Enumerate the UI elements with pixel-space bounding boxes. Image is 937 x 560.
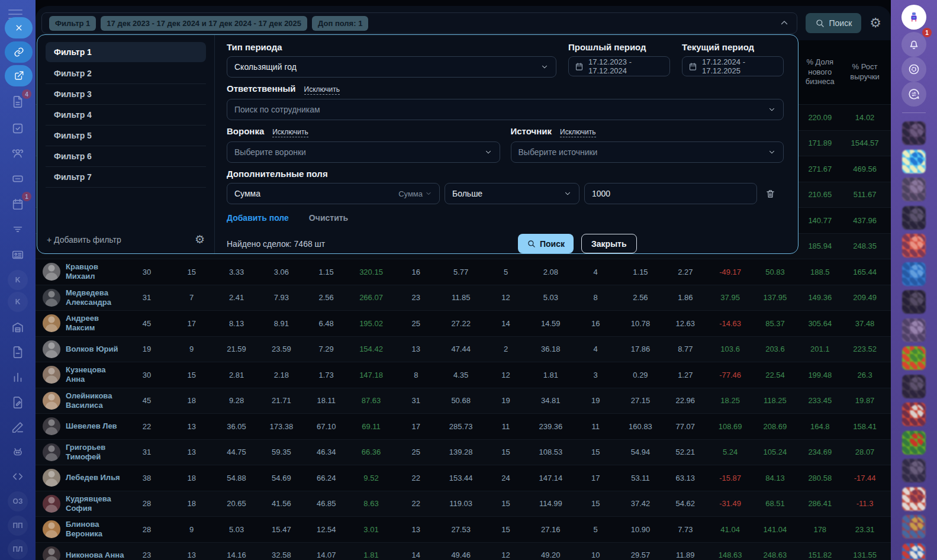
table-row[interactable]: Кудрявцева София281820.6541.5646.858.632… <box>36 491 891 517</box>
source-select[interactable]: Выберите источники <box>511 141 784 163</box>
metric-cell: 266.07 <box>349 293 394 302</box>
source-exclude-link[interactable]: Исключить <box>560 128 595 137</box>
funnel-select[interactable]: Выберите воронки <box>227 141 500 163</box>
table-row[interactable]: Григорьев Тимофей311344.7559.3546.3466.3… <box>36 439 891 465</box>
pen-icon[interactable] <box>9 419 26 436</box>
metric-cell: 1.81 <box>528 371 573 379</box>
filter-list-item[interactable]: Фильтр 2 <box>46 63 206 84</box>
rail-avatar-ПЛ[interactable]: ПЛ <box>8 539 28 559</box>
blurred-user-avatar[interactable] <box>902 403 926 426</box>
coin-button[interactable] <box>901 57 926 82</box>
document-icon[interactable]: 4 <box>9 94 26 110</box>
blurred-user-avatar[interactable] <box>902 234 926 258</box>
table-row[interactable]: Шевелев Лев221336.05173.3867.1069.111728… <box>36 413 891 439</box>
blurred-user-avatar[interactable] <box>902 459 926 482</box>
employee-cell: Блинова Вероника <box>36 520 124 539</box>
funnel-exclude-link[interactable]: Исключить <box>272 128 308 137</box>
blurred-user-avatar[interactable] <box>902 431 926 455</box>
filter-settings-gear-icon[interactable]: ⚙ <box>195 233 205 246</box>
employee-name: Кудрявцева София <box>66 494 124 514</box>
rail-avatar-K[interactable]: K <box>8 270 28 290</box>
filter-list-item[interactable]: Фильтр 5 <box>46 125 206 146</box>
search-button[interactable]: Поиск <box>806 13 861 33</box>
link-icon[interactable] <box>5 41 33 63</box>
code-icon[interactable] <box>9 468 26 485</box>
clear-fields-link[interactable]: Очистить <box>309 213 348 223</box>
period-range-chip[interactable]: 17 дек 2023 - 17 дек 2024 и 17 дек 2024 … <box>101 16 307 31</box>
responsible-exclude-link[interactable]: Исключить <box>304 85 340 95</box>
metric-cell: -31.49 <box>708 499 753 508</box>
rail-avatar-K[interactable]: K <box>8 292 28 312</box>
metric-cell: 17 <box>394 422 439 431</box>
add-field-link[interactable]: Добавить поле <box>227 213 289 223</box>
filter-list-item[interactable]: Фильтр 7 <box>46 167 206 188</box>
rail-avatar-ОЗ[interactable]: ОЗ <box>8 491 28 511</box>
warehouse-icon[interactable] <box>9 319 26 336</box>
rail-avatar-ПП[interactable]: ПП <box>8 516 28 536</box>
filter-list-item[interactable]: Фильтр 1 <box>46 42 206 62</box>
metric-cell: 5.24 <box>708 448 753 456</box>
id-card-icon[interactable] <box>9 246 26 263</box>
calendar-icon[interactable]: 1 <box>9 196 26 213</box>
table-row[interactable]: Блинова Вероника2895.0315.4712.543.01132… <box>36 516 891 542</box>
file-edit-icon[interactable] <box>9 394 26 411</box>
table-row[interactable]: Никонова Анна231314.1632.5814.071.811449… <box>36 542 891 560</box>
add-filter-button[interactable]: + Добавить фильтр <box>47 235 121 244</box>
blurred-user-avatar[interactable] <box>902 543 926 560</box>
blurred-user-avatar[interactable] <box>902 487 926 511</box>
metric-cell: 137.95 <box>753 293 798 302</box>
chevron-up-icon[interactable] <box>779 18 790 28</box>
metric-cell: 84.13 <box>753 474 798 482</box>
metric-cell: 17.86 <box>618 345 663 353</box>
funnel-icon[interactable] <box>9 221 26 237</box>
blurred-user-avatar[interactable] <box>902 206 926 230</box>
current-period-input[interactable]: 17.12.2024 - 17.12.2025 <box>682 56 784 76</box>
robot-avatar[interactable] <box>901 5 926 30</box>
android-icon[interactable] <box>9 443 26 460</box>
extra-field-operator-select[interactable]: Больше <box>445 183 579 204</box>
table-row[interactable]: Олейникова Василиса45189.2821.7118.1187.… <box>36 388 891 414</box>
extra-field-name-select[interactable]: Сумма Сумма <box>227 183 440 204</box>
blurred-user-avatar[interactable] <box>902 318 926 342</box>
table-row[interactable]: Кравцов Михаил30153.333.061.15320.15165.… <box>36 259 891 285</box>
table-row[interactable]: Медведева Александра3172.417.932.56266.0… <box>36 285 891 311</box>
external-link-icon[interactable] <box>5 65 33 86</box>
blurred-user-avatar[interactable] <box>902 150 926 173</box>
inbox-icon[interactable] <box>9 170 26 187</box>
bar-chart-icon[interactable] <box>9 369 26 385</box>
delete-field-trash-icon[interactable] <box>762 189 778 199</box>
filter-list-item[interactable]: Фильтр 6 <box>46 146 206 167</box>
close-icon[interactable] <box>5 17 33 38</box>
metric-cell: 469.56 <box>842 165 887 173</box>
filter-summary-bar[interactable]: Фильтр 117 дек 2023 - 17 дек 2024 и 17 д… <box>41 12 797 34</box>
blurred-user-avatar[interactable] <box>902 515 926 539</box>
table-row[interactable]: Кузнецова Анна30152.812.181.73147.1884.3… <box>36 362 891 388</box>
users-icon[interactable] <box>9 145 26 162</box>
table-row[interactable]: Волков Юрий19921.5923.597.29154.421347.4… <box>36 336 891 362</box>
dialog-close-button[interactable]: Закрыть <box>581 234 637 253</box>
filter-list-item[interactable]: Фильтр 4 <box>46 105 206 125</box>
metric-cell: 59.35 <box>259 448 304 456</box>
gear-icon[interactable]: ⚙ <box>870 17 881 30</box>
period-type-select[interactable]: Скользящий год <box>227 56 556 78</box>
checklist-icon[interactable] <box>9 120 26 137</box>
past-period-input[interactable]: 17.12.2023 - 17.12.2024 <box>568 56 670 76</box>
blurred-user-avatar[interactable] <box>902 375 926 398</box>
blurred-user-avatar[interactable] <box>902 346 926 370</box>
extra-fields-chip[interactable]: Доп поля: 1 <box>312 16 368 31</box>
chat-transfer-button[interactable] <box>901 82 926 107</box>
notifications-button[interactable]: 1 <box>901 32 926 57</box>
table-row[interactable]: Лебедев Илья381854.8854.6966.249.5222153… <box>36 465 891 491</box>
blurred-user-avatar[interactable] <box>902 262 926 286</box>
filter-list-item[interactable]: Фильтр 3 <box>46 84 206 105</box>
responsible-select[interactable]: Поиск по сотрудникам <box>227 99 784 120</box>
blurred-user-avatar[interactable] <box>902 178 926 201</box>
active-filter-chip[interactable]: Фильтр 1 <box>49 16 96 31</box>
file-icon[interactable] <box>9 344 26 361</box>
extra-field-unit-select[interactable]: Сумма <box>398 189 432 198</box>
dialog-search-button[interactable]: Поиск <box>518 234 574 253</box>
blurred-user-avatar[interactable] <box>902 290 926 314</box>
blurred-user-avatar[interactable] <box>902 121 926 145</box>
table-row[interactable]: Андреев Максим45178.138.916.48195.022527… <box>36 310 891 336</box>
extra-field-value-input[interactable]: 1000 <box>584 183 757 204</box>
